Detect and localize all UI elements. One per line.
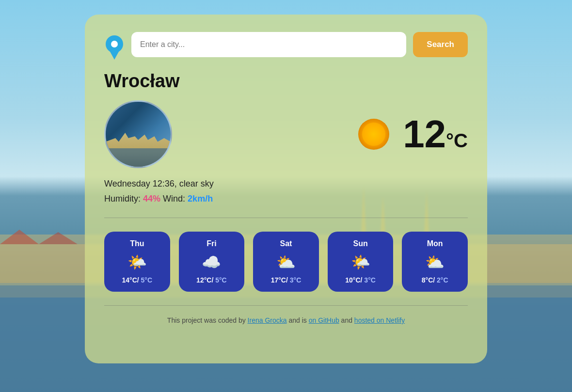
humidity-value: 44% <box>143 194 160 204</box>
forecast-temperature: 12°C/ 5°C <box>184 276 240 284</box>
forecast-temperature: 17°C/ 3°C <box>258 276 314 284</box>
forecast-weather-icon: ⛅ <box>407 253 463 271</box>
footer-text-before: This project was coded by <box>167 316 248 324</box>
svg-point-13 <box>362 123 385 146</box>
forecast-weather-icon: ☁️ <box>184 253 240 271</box>
wind-label: Wind: <box>163 194 185 204</box>
forecast-weather-icon: 🌤️ <box>333 253 389 271</box>
forecast-card: Sat ⛅ 17°C/ 3°C <box>253 232 319 292</box>
datetime-display: Wednesday 12:36, clear sky <box>104 179 468 189</box>
forecast-temperature: 14°C/ 5°C <box>109 276 165 284</box>
forecast-separator: / <box>211 276 215 284</box>
forecast-low: 2°C <box>437 276 448 284</box>
humidity-label: Humidity: <box>104 194 141 204</box>
bottom-divider <box>104 305 468 306</box>
forecast-temperature: 8°C/ 2°C <box>407 276 463 284</box>
forecast-temperature: 10°C/ 3°C <box>333 276 389 284</box>
sun-icon <box>354 115 393 154</box>
forecast-high: 12°C <box>196 276 211 284</box>
temperature-value: 12 <box>403 112 446 156</box>
footer: This project was coded by Irena Grocka a… <box>104 316 468 324</box>
forecast-high: 14°C <box>122 276 137 284</box>
location-pin-icon <box>104 34 125 55</box>
forecast-card: Thu 🌤️ 14°C/ 5°C <box>104 232 170 292</box>
forecast-day: Sun <box>333 239 389 248</box>
forecast-day: Sat <box>258 239 314 248</box>
forecast-low: 3°C <box>364 276 376 284</box>
forecast-low: 5°C <box>141 276 153 284</box>
forecast-separator: / <box>286 276 290 284</box>
forecast-separator: / <box>137 276 141 284</box>
forecast-high: 10°C <box>345 276 360 284</box>
temperature-unit: °C <box>446 130 468 151</box>
forecast-high: 17°C <box>271 276 286 284</box>
weather-main: 12°C <box>104 100 468 168</box>
top-divider <box>104 218 468 218</box>
temperature-display: 12°C <box>403 115 468 154</box>
forecast-day: Thu <box>109 239 165 248</box>
footer-text-after: and <box>339 316 354 324</box>
forecast-card: Mon ⛅ 8°C/ 2°C <box>402 232 468 292</box>
forecast-card: Fri ☁️ 12°C/ 5°C <box>179 232 245 292</box>
footer-text-middle: and is <box>287 316 309 324</box>
weather-card: Search Wrocław 12° <box>85 15 487 363</box>
svg-marker-11 <box>109 50 120 60</box>
temperature-section: 12°C <box>334 115 468 154</box>
forecast-row: Thu 🌤️ 14°C/ 5°C Fri ☁️ 12°C/ 5°C Sat ⛅ … <box>104 232 468 292</box>
svg-point-10 <box>111 41 118 47</box>
search-button[interactable]: Search <box>413 32 468 57</box>
forecast-card: Sun 🌤️ 10°C/ 3°C <box>328 232 394 292</box>
forecast-day: Mon <box>407 239 463 248</box>
search-row: Search <box>104 32 468 57</box>
forecast-day: Fri <box>184 239 240 248</box>
forecast-weather-icon: 🌤️ <box>109 253 165 271</box>
humidity-wind-display: Humidity: 44% Wind: 2km/h <box>104 194 468 204</box>
github-link[interactable]: on GitHub <box>309 316 339 324</box>
city-search-input[interactable] <box>131 32 406 57</box>
author-link[interactable]: Irena Grocka <box>248 316 287 324</box>
city-name: Wrocław <box>104 71 468 92</box>
forecast-high: 8°C <box>422 276 433 284</box>
forecast-weather-icon: ⛅ <box>258 253 314 271</box>
city-photo <box>104 100 172 168</box>
wind-value: 2km/h <box>188 194 213 204</box>
netlify-link[interactable]: hosted on Netlify <box>354 316 405 324</box>
forecast-low: 5°C <box>215 276 227 284</box>
forecast-low: 3°C <box>290 276 302 284</box>
forecast-separator: / <box>433 276 437 284</box>
